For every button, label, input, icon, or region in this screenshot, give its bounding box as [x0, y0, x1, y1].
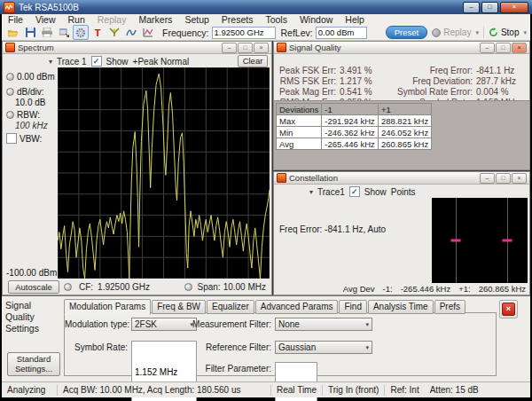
preset-button[interactable]: Preset [386, 26, 427, 39]
input-levels-icon[interactable] [106, 25, 122, 40]
db-div-control[interactable]: dB/div: [6, 87, 44, 97]
markers-icon[interactable] [123, 25, 139, 40]
cf-value[interactable]: 1.92500 GHz [98, 282, 150, 292]
close-button[interactable]: × [500, 2, 528, 13]
tab-equalizer[interactable]: Equalizer [207, 300, 254, 314]
spectrum-close-button[interactable]: × [254, 43, 269, 53]
minimize-button[interactable]: – [463, 2, 480, 13]
tab-analysis-time[interactable]: Analysis Time [368, 300, 434, 314]
spectrum-panel: Spectrum – □ × ▾ Trace 1 ✓ Show +Peak No… [2, 41, 272, 295]
constellation-trace-label[interactable]: Trace1 [317, 187, 345, 197]
trace-label[interactable]: Trace 1 [57, 57, 87, 67]
reflev-input[interactable] [316, 27, 367, 39]
tab-freq-bw[interactable]: Freq & BW [152, 300, 206, 314]
spectrum-plot[interactable] [58, 67, 270, 279]
pos-symbol-value: 260.865 kHz [479, 284, 526, 294]
menu-tools[interactable]: Tools [259, 14, 293, 25]
signal-quality-close-button[interactable]: × [512, 43, 527, 53]
displays-icon[interactable] [140, 25, 156, 40]
rbw-control[interactable]: RBW: [6, 110, 40, 120]
constellation-titlebar: Constellation – □ × [274, 172, 529, 185]
menu-window[interactable]: Window [293, 14, 339, 25]
metric-value: 3.491 % [340, 66, 387, 75]
replay-dropdown-icon[interactable]: ▾ [475, 29, 479, 36]
trigger-icon[interactable]: T [90, 25, 106, 40]
toolbar: T Frequency: RefLev: Preset Replay ▾ Sto… [2, 25, 530, 41]
spectrum-minimize-button[interactable]: – [222, 43, 237, 53]
print-icon[interactable] [39, 25, 55, 40]
menu-setup[interactable]: Setup [178, 14, 215, 25]
tab-modulation-params[interactable]: Modulation Params [64, 299, 151, 315]
settings-gear-icon[interactable] [73, 25, 89, 40]
metric-value: -841.1 Hz [476, 66, 514, 75]
tab-prefs[interactable]: Prefs [434, 300, 466, 314]
constellation-trace-row: ▾ Trace1 ✓ Show Points [274, 185, 529, 199]
tab-advanced-params[interactable]: Advanced Params [255, 300, 339, 314]
span-value[interactable]: 10.00 MHz [223, 282, 266, 292]
settings-content: Modulation type: 2FSK▾ Measurement Filte… [64, 312, 497, 376]
menu-view[interactable]: View [29, 14, 62, 25]
constellation-symbol-marker [451, 240, 461, 242]
vbw-control: VBW: [6, 133, 42, 144]
clear-button[interactable]: Clear [238, 55, 268, 67]
menu-file[interactable]: File [2, 14, 29, 25]
constellation-maximize-button[interactable]: □ [496, 173, 511, 184]
close-settings-button[interactable]: × [499, 300, 518, 318]
reference-filter-select[interactable]: Gaussian▾ [275, 341, 372, 354]
show-points-checkbox[interactable]: ✓ [349, 186, 360, 197]
spectrum-maximize-button[interactable]: □ [238, 43, 253, 53]
standard-settings-button[interactable]: Standard Settings... [7, 352, 60, 376]
detection-label[interactable]: +Peak Normal [133, 57, 190, 67]
trace-expander-icon[interactable]: ▾ [309, 188, 313, 196]
menu-help[interactable]: Help [339, 14, 371, 25]
frequency-input[interactable] [212, 27, 276, 39]
signal-quality-panel: Signal Quality – □ × Peak FSK Err: 3.491… [273, 41, 530, 170]
replay-button[interactable]: Replay [432, 28, 471, 37]
show-trace-checkbox[interactable]: ✓ [91, 56, 102, 67]
deviation-cell: -246.362 kHz [322, 127, 379, 138]
status-state: Analyzing [2, 385, 57, 395]
constellation-panel-icon [277, 173, 286, 183]
stop-dropdown-icon[interactable]: ▾ [523, 29, 527, 36]
trace-expander-icon[interactable]: ▾ [49, 58, 52, 66]
knob-icon [6, 73, 14, 81]
filter-parameter-label: Filter Parameter: [185, 362, 271, 375]
vbw-checkbox[interactable] [6, 133, 17, 144]
spectrum-trace-svg [58, 67, 270, 279]
constellation-body: Freq Error: -841.1 Hz, Auto [274, 198, 529, 283]
constellation-plot[interactable] [432, 198, 528, 283]
metric-label: Symbol Rate Error: [387, 87, 473, 97]
ref-level-control[interactable]: 0.00 dBm [6, 72, 55, 82]
replay-icon [432, 28, 441, 37]
bottom-level-label: -100.00 dBm [6, 268, 57, 278]
constellation-minimize-button[interactable]: – [480, 173, 495, 184]
tab-find[interactable]: Find [339, 300, 366, 314]
menu-presets[interactable]: Presets [215, 14, 260, 25]
app-icon [4, 2, 15, 13]
menu-replay: Replay [91, 14, 133, 25]
measurement-filter-label: Measurement Filter: [185, 318, 271, 331]
open-folder-icon[interactable] [5, 25, 21, 40]
menu-run[interactable]: Run [62, 14, 91, 25]
points-label: Points [391, 187, 416, 197]
constellation-close-button[interactable]: × [512, 173, 527, 184]
deviations-header: +1 [378, 104, 431, 115]
metric-value: 1.217 % [340, 76, 387, 86]
maximize-button[interactable]: □ [481, 2, 498, 13]
signal-quality-panel-icon [277, 43, 286, 52]
deviation-cell: Avg [277, 138, 322, 150]
windows-icon[interactable] [56, 25, 72, 40]
signal-quality-minimize-button[interactable]: – [480, 43, 495, 53]
metric-label: Peak FSK Err: [274, 66, 336, 75]
autoscale-button[interactable]: Autoscale [8, 280, 59, 294]
stop-button[interactable]: Stop [489, 28, 520, 37]
settings-panel: Signal Quality Settings Modulation Param… [2, 295, 530, 381]
status-acquisition: Acq BW: 10.00 MHz, Acq Length: 180.560 u… [58, 385, 270, 395]
table-row: Avg -265.446 kHz 260.865 kHz [277, 138, 432, 150]
save-icon[interactable] [22, 25, 38, 40]
menu-markers[interactable]: Markers [132, 14, 178, 25]
measurement-filter-select[interactable]: None▾ [275, 318, 372, 331]
signal-quality-maximize-button[interactable]: □ [496, 43, 511, 53]
deviation-cell: -265.446 kHz [322, 138, 379, 150]
spectrum-titlebar: Spectrum – □ × [3, 42, 271, 54]
